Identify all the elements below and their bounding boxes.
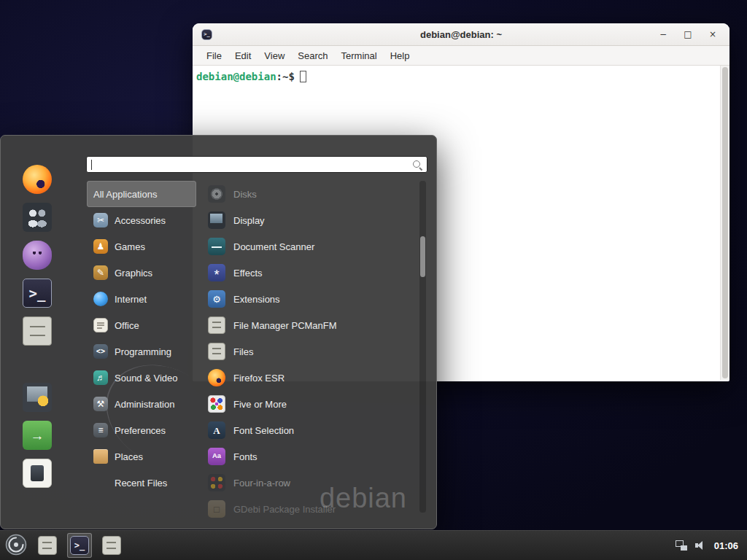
window-controls: − □ ×	[655, 27, 721, 42]
category-item[interactable]: Graphics	[87, 260, 196, 286]
category-item[interactable]: Games	[87, 233, 196, 260]
clock[interactable]: 01:06	[714, 540, 738, 551]
taskbar-launcher[interactable]	[67, 533, 92, 558]
terminal-menu-item[interactable]: Help	[384, 47, 417, 64]
applications-menu: All Applications Accessories Games Graph…	[0, 135, 437, 529]
application-item[interactable]: Document Scanner	[208, 233, 414, 260]
administration-icon	[93, 397, 108, 411]
system-tray: 01:06	[676, 540, 743, 551]
mascot-icon[interactable]	[23, 241, 52, 270]
files-icon	[102, 536, 121, 555]
prompt-user: debian@debian	[196, 71, 276, 82]
application-item[interactable]: Five or More	[208, 391, 414, 417]
display-icon	[208, 211, 225, 229]
terminal-scrollbar-thumb[interactable]	[722, 67, 728, 378]
firefox-icon	[208, 369, 225, 386]
apps-scrollbar[interactable]	[419, 181, 426, 513]
minimize-button[interactable]: −	[655, 27, 671, 42]
application-item[interactable]: Disks	[208, 181, 414, 207]
file-manager-icon	[38, 536, 57, 555]
category-item[interactable]: Administration	[87, 391, 196, 417]
application-item[interactable]: Display	[208, 207, 414, 233]
terminal-cursor	[300, 71, 306, 82]
category-item[interactable]: Programming	[87, 338, 196, 365]
apps-scrollbar-thumb[interactable]	[420, 236, 425, 277]
extensions-icon	[208, 290, 225, 308]
taskbar: 01:06	[0, 530, 747, 560]
category-item[interactable]: Places	[87, 443, 196, 470]
taskbar-launcher[interactable]	[99, 533, 124, 558]
terminal-scrollbar[interactable]	[720, 66, 729, 380]
application-item[interactable]: Firefox ESR	[208, 365, 414, 391]
network-icon[interactable]	[676, 540, 687, 551]
search-icon	[412, 160, 422, 170]
terminal-icon	[201, 29, 212, 40]
sound-video-icon	[93, 370, 108, 385]
text-caret	[91, 160, 92, 170]
desktop: debian@debian: ~ − □ × File Edit View Se…	[0, 0, 747, 560]
terminal-icon	[70, 536, 89, 555]
menu-logo-icon	[5, 534, 27, 558]
places-icon	[93, 449, 108, 464]
lock-screen-icon[interactable]	[23, 383, 52, 412]
programming-icon	[93, 344, 108, 359]
office-icon	[93, 318, 108, 332]
application-list: Disks Display Document Scanner Effects	[208, 181, 414, 522]
files-icon	[208, 343, 225, 360]
search-input[interactable]	[93, 157, 412, 172]
favorite-apps	[11, 165, 63, 346]
gdebi-icon	[208, 500, 225, 518]
terminal-icon[interactable]	[23, 279, 52, 308]
category-item[interactable]: Sound & Video	[87, 365, 196, 391]
file-manager-icon[interactable]	[23, 316, 52, 346]
taskbar-launcher[interactable]	[35, 533, 60, 558]
font-selection-icon	[208, 421, 225, 439]
category-item[interactable]: Accessories	[87, 207, 196, 233]
accessories-icon	[93, 213, 108, 228]
category-item[interactable]: Recent Files	[87, 470, 196, 496]
application-item[interactable]: Effects	[208, 260, 414, 286]
application-item[interactable]: File Manager PCManFM	[208, 312, 414, 338]
application-item[interactable]: Files	[208, 338, 414, 365]
category-item[interactable]: Internet	[87, 286, 196, 312]
terminal-menu-item[interactable]: Terminal	[335, 47, 384, 64]
category-item[interactable]: All Applications	[87, 181, 196, 207]
prompt-path: :~$	[276, 71, 295, 82]
firefox-icon[interactable]	[23, 165, 52, 194]
disks-icon	[208, 185, 225, 203]
application-item[interactable]: Fonts	[208, 443, 414, 470]
close-button[interactable]: ×	[705, 27, 721, 42]
maximize-button[interactable]: □	[680, 27, 696, 42]
favorites-spacer	[11, 346, 63, 383]
preferences-icon	[93, 423, 108, 438]
terminal-title: debian@debian: ~	[193, 29, 729, 40]
volume-icon[interactable]	[695, 540, 706, 551]
terminal-titlebar[interactable]: debian@debian: ~ − □ ×	[193, 23, 729, 46]
document-scanner-icon	[208, 238, 225, 255]
application-item[interactable]: Font Selection	[208, 417, 414, 443]
menu-button[interactable]	[4, 534, 28, 557]
window-list	[35, 533, 124, 558]
internet-icon	[93, 292, 108, 306]
category-list: All Applications Accessories Games Graph…	[87, 181, 196, 496]
terminal-menu-item[interactable]: File	[200, 47, 228, 64]
favorites-column	[11, 165, 63, 488]
category-item[interactable]: Preferences	[87, 417, 196, 443]
search-box[interactable]	[86, 156, 427, 173]
terminal-menu-item[interactable]: Search	[291, 47, 334, 64]
terminal-menu-item[interactable]: Edit	[228, 47, 258, 64]
terminal-menu-item[interactable]: View	[258, 47, 291, 64]
category-item[interactable]: Office	[87, 312, 196, 338]
games-icon	[93, 239, 108, 254]
application-item[interactable]: Extensions	[208, 286, 414, 312]
wallpaper-watermark: debian	[320, 483, 407, 514]
file-manager-icon	[208, 316, 225, 334]
logout-icon[interactable]	[23, 421, 52, 450]
terminal-menubar: File Edit View Search Terminal Help	[193, 46, 729, 66]
tray-icons	[676, 540, 706, 551]
fonts-icon	[208, 448, 225, 465]
shutdown-icon[interactable]	[23, 459, 52, 488]
contacts-icon[interactable]	[23, 203, 52, 232]
session-buttons	[11, 383, 63, 488]
graphics-icon	[93, 265, 108, 280]
